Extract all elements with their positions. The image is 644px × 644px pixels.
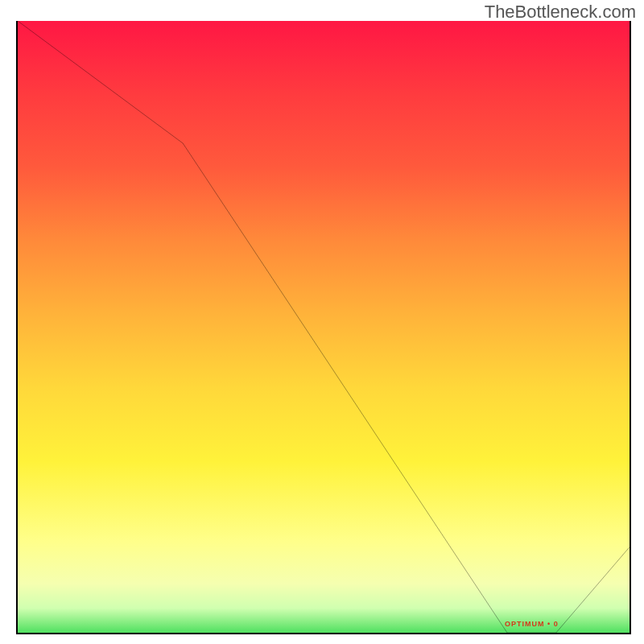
plot-area: OPTIMUM • 0 <box>16 21 631 634</box>
chart-svg <box>18 21 630 633</box>
chart-container: TheBottleneck.com OPTIMUM • 0 <box>0 0 644 644</box>
optimum-label: OPTIMUM • 0 <box>505 620 559 628</box>
attribution-text: TheBottleneck.com <box>485 2 636 23</box>
series-line <box>18 21 630 633</box>
